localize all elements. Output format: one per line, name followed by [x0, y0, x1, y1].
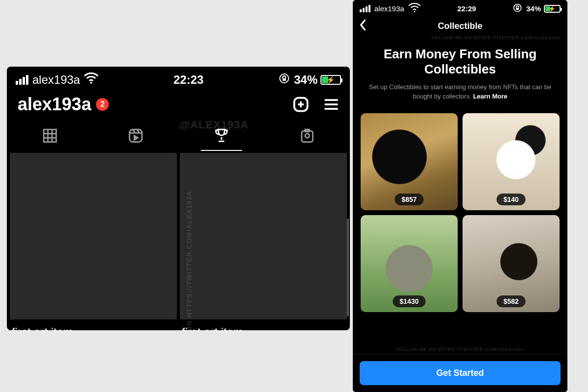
svg-rect-2 [282, 78, 286, 81]
svg-point-7 [305, 134, 309, 138]
collectible-card[interactable]: $1430 [361, 215, 458, 312]
wifi-icon [84, 73, 98, 87]
notification-badge[interactable]: 2 [96, 98, 109, 111]
hero-title: Earn Money From Selling Collectibles [365, 47, 556, 77]
battery-percent: 34% [526, 4, 541, 13]
price-pill: $582 [496, 295, 525, 307]
collectible-caption: first art item [180, 319, 347, 330]
page-title: Collectible [438, 21, 482, 31]
status-bar: alex193a 22:23 34% ⚡ [7, 67, 350, 89]
collectible-demo-grid: $857 $140 $1430 $582 [353, 105, 567, 320]
svg-point-0 [90, 82, 92, 84]
tab-tagged[interactable] [264, 124, 350, 151]
collectible-caption: first art item [10, 319, 177, 330]
collectible-item[interactable]: first art item [180, 153, 347, 330]
collectible-card[interactable]: $140 [463, 113, 560, 210]
tab-reels[interactable] [93, 124, 178, 151]
hero-section: Earn Money From Selling Collectibles Set… [353, 37, 567, 105]
watermark-url: FOLLOW ME ON HTTPS://TWITTER.COM/ALEX193… [395, 347, 525, 352]
carrier-label: alex193a [32, 73, 80, 87]
status-bar: alex193a 22:29 34% ⚡ [353, 0, 567, 15]
back-button[interactable] [359, 19, 368, 33]
collectible-thumbnail [10, 153, 177, 319]
phone-right-collectible: alex193a 22:29 34% ⚡ Collectible FOLLOW [353, 0, 567, 392]
cta-bar: Get Started [353, 354, 567, 392]
price-pill: $857 [394, 194, 423, 205]
phone-left-profile: alex193a 22:23 34% ⚡ alex193a 2 [7, 67, 350, 330]
orientation-lock-icon [278, 73, 290, 87]
tab-collectibles[interactable] [178, 124, 264, 151]
price-pill: $1430 [393, 295, 426, 307]
hero-subtitle: Set up Collectibles to start earning mon… [365, 83, 556, 101]
tab-grid[interactable] [7, 124, 93, 151]
collectible-item[interactable]: first art item [10, 153, 177, 330]
orientation-lock-icon [513, 3, 522, 14]
carrier-label: alex193a [374, 4, 404, 13]
collectible-thumbnail [180, 153, 347, 319]
signal-icon [360, 5, 370, 12]
learn-more-link[interactable]: Learn More [473, 93, 507, 100]
battery-icon: ⚡ [544, 5, 561, 13]
svg-rect-6 [301, 131, 313, 142]
clock: 22:23 [173, 73, 203, 87]
svg-rect-5 [129, 129, 142, 142]
clock: 22:29 [457, 4, 476, 13]
svg-rect-4 [44, 129, 56, 142]
signal-icon [16, 75, 28, 85]
collectible-card[interactable]: $857 [361, 113, 458, 210]
wifi-icon [408, 3, 421, 14]
svg-point-8 [414, 11, 415, 12]
svg-rect-10 [516, 8, 519, 10]
collectibles-grid: first art item first art item [7, 151, 350, 330]
nav-bar: Collectible [353, 15, 567, 37]
collectible-card[interactable]: $582 [463, 215, 560, 312]
price-pill: $140 [496, 194, 525, 205]
scrollbar[interactable] [347, 219, 349, 317]
profile-header: alex193a 2 [7, 89, 350, 121]
create-button[interactable] [292, 96, 310, 113]
battery-percent: 34% [294, 73, 318, 87]
profile-tabs: @ALEX193A [7, 121, 350, 151]
profile-username[interactable]: alex193a [18, 94, 91, 115]
get-started-button[interactable]: Get Started [360, 361, 561, 385]
battery-icon: ⚡ [320, 75, 341, 85]
hamburger-menu-icon[interactable] [322, 96, 340, 113]
